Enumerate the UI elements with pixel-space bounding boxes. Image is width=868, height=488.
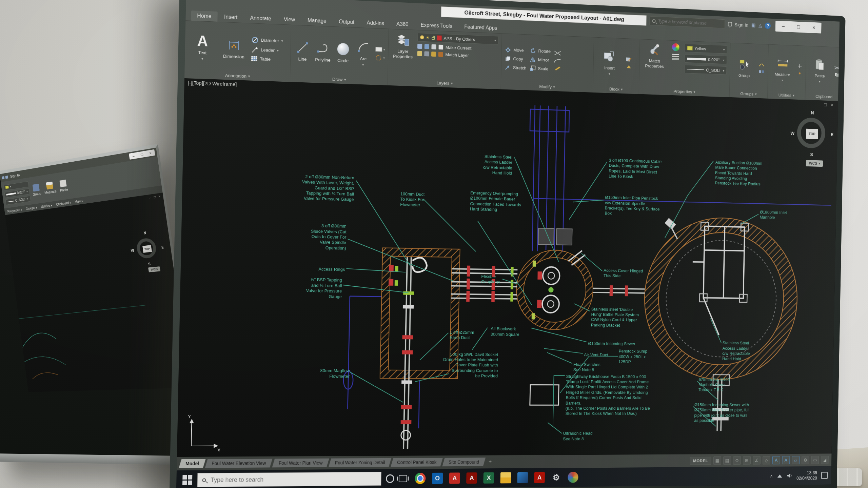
layer-color-swatch[interactable] — [437, 35, 442, 41]
volume-icon[interactable] — [787, 473, 793, 478]
layout-tab-control-panel-kiosk[interactable]: Control Panel Kiosk — [391, 458, 443, 467]
task-view-icon[interactable] — [399, 475, 407, 482]
scale-button[interactable]: Scale — [530, 65, 551, 73]
group-button[interactable]: Group — [733, 57, 755, 78]
layer-lock-icon[interactable] — [432, 37, 435, 40]
compass-north[interactable]: N — [811, 110, 814, 115]
tray-chevron-icon[interactable]: ∧ — [770, 473, 773, 479]
laptop-group-button[interactable]: Group — [32, 184, 41, 197]
laptop-panel-label-groups[interactable]: Groups — [25, 206, 37, 211]
taskbar-app-file-explorer[interactable] — [500, 472, 511, 483]
text-button[interactable]: A Text — [188, 33, 217, 61]
viewcube-top-face[interactable]: TOP — [806, 129, 818, 139]
taskbar-app-paint[interactable] — [568, 472, 578, 483]
laptop-panel-label-utilities[interactable]: Utilities — [41, 203, 52, 208]
ungroup-icon[interactable] — [758, 63, 765, 67]
laptop-panel-label-properties[interactable]: Properties — [7, 208, 22, 213]
clock[interactable]: 13:39 02/04/2020 — [796, 470, 817, 481]
trim-icon[interactable] — [554, 50, 562, 56]
move-button[interactable]: Move — [505, 46, 527, 54]
workspace-switching-icon[interactable]: ⚙ — [802, 456, 809, 464]
layer-combo[interactable]: ☀ APS - By Others — [417, 33, 498, 45]
taskbar-app-photos[interactable] — [517, 472, 528, 483]
ribbon-tab-output[interactable]: Output — [333, 16, 360, 27]
ribbon-tab-insert[interactable]: Insert — [218, 12, 243, 23]
ribbon-tab-manage[interactable]: Manage — [301, 15, 332, 26]
linetype-combo[interactable]: C_SOLI — [684, 65, 727, 75]
laptop-panel-label-view[interactable]: View — [75, 199, 83, 204]
action-center-icon[interactable] — [821, 472, 828, 479]
hatch-tool-icon[interactable]: ▾ — [375, 55, 384, 61]
viewport-window-controls[interactable]: – □ × — [817, 102, 833, 107]
edit-attributes-icon[interactable] — [626, 57, 632, 62]
wcs-chip[interactable]: WCS — [806, 160, 823, 167]
diameter-button[interactable]: Diameter▾ — [251, 36, 283, 44]
compass-west[interactable]: W — [791, 131, 795, 136]
start-button[interactable] — [182, 475, 193, 485]
layer-properties-button[interactable]: Layer Properties — [392, 32, 415, 60]
arc-button[interactable]: Arc — [355, 39, 372, 67]
close-button[interactable]: × — [806, 24, 822, 32]
restore-button[interactable]: □ — [791, 24, 806, 31]
layout-tab-foul-water-zoning-detail[interactable]: Foul Water Zoning Detail — [329, 458, 392, 467]
object-snap-icon[interactable]: ◇ — [763, 456, 770, 465]
taskbar-search-input[interactable] — [210, 475, 377, 484]
taskbar-app-excel[interactable]: X — [483, 472, 494, 484]
fillet-icon[interactable] — [554, 58, 562, 63]
layout-tab-model[interactable]: Model — [179, 459, 206, 468]
layer-freeze-icon[interactable]: ☀ — [426, 35, 430, 40]
compass-east[interactable]: E — [831, 132, 833, 137]
a360-icon[interactable]: ▣ — [751, 22, 756, 28]
layout-tab-site-compound[interactable]: Site Compound — [442, 458, 485, 466]
dimension-button[interactable]: Dimension — [220, 37, 248, 60]
layout-tab-foul-water-plan-view[interactable]: Foul Water Plan View — [272, 459, 329, 468]
taskbar-app-outlook[interactable]: O — [432, 473, 443, 484]
network-icon[interactable] — [777, 473, 783, 478]
drawing-canvas[interactable]: [-][Top][2D Wireframe] – □ × TOP N S W E… — [177, 78, 838, 457]
paste-button[interactable]: Paste — [809, 57, 831, 84]
make-current-button[interactable]: Make Current — [417, 44, 498, 52]
insert-button[interactable]: Insert — [596, 49, 623, 76]
snap-mode-icon[interactable]: ▤ — [723, 456, 731, 465]
polar-tracking-icon[interactable]: ∠ — [753, 456, 761, 465]
model-space-button[interactable]: MODEL — [690, 456, 711, 465]
keyword-search-input[interactable] — [657, 18, 722, 26]
taskbar-app-acrobat-reader[interactable]: A — [534, 472, 545, 483]
infocenter-search[interactable] — [649, 16, 725, 28]
ribbon-tab-home[interactable]: Home — [191, 11, 217, 22]
taskbar-app-chrome[interactable] — [415, 473, 426, 484]
cut-icon[interactable] — [834, 65, 839, 70]
copy-button[interactable]: Copy — [505, 55, 527, 63]
ribbon-tab-view[interactable]: View — [278, 14, 301, 25]
taskbar-app-autocad[interactable]: A — [449, 472, 460, 484]
laptop-paste-button[interactable]: Paste — [59, 179, 68, 192]
ribbon-tab-a360[interactable]: A360 — [391, 19, 414, 30]
dynamic-input-icon[interactable]: ⊙ — [733, 456, 741, 465]
panel-label-clipboard[interactable]: Clipboard — [805, 92, 839, 101]
ortho-mode-icon[interactable]: ⊞ — [743, 456, 751, 465]
help-icon[interactable]: ? — [765, 22, 771, 29]
match-properties-button[interactable]: Match Properties — [643, 42, 667, 69]
group-edit-icon[interactable] — [758, 69, 765, 74]
layer-on-icon[interactable] — [420, 35, 424, 39]
match-layer-button[interactable]: Match Layer — [417, 51, 498, 59]
autoscale-icon[interactable]: A — [782, 456, 790, 464]
taskbar-app-settings[interactable]: ⚙ — [551, 472, 562, 483]
copy-clip-icon[interactable] — [834, 72, 839, 77]
annotation-scale-icon[interactable]: ▱ — [792, 456, 800, 464]
lineweight-combo[interactable]: 0.020" — [685, 54, 727, 64]
table-button[interactable]: Table — [251, 56, 283, 63]
compass-south[interactable]: S — [810, 152, 813, 157]
ribbon-tab-featured-apps[interactable]: Featured Apps — [458, 22, 503, 33]
sign-in-button[interactable]: Sign In — [728, 21, 749, 28]
polyline-button[interactable]: Polyline — [314, 40, 332, 63]
object-color-combo[interactable]: Yellow — [685, 44, 727, 54]
laptop-panel-label-clipboard[interactable]: Clipboard — [56, 201, 71, 206]
taskbar-app-acrobat[interactable]: A — [466, 472, 477, 484]
rotate-button[interactable]: Rotate — [530, 47, 551, 55]
cortana-icon[interactable] — [386, 474, 394, 483]
ribbon-tab-annotate[interactable]: Annotate — [244, 13, 277, 24]
block-editor-icon[interactable] — [625, 64, 632, 69]
window-controls[interactable]: – □ × — [775, 21, 822, 34]
point-icon[interactable] — [797, 71, 803, 76]
